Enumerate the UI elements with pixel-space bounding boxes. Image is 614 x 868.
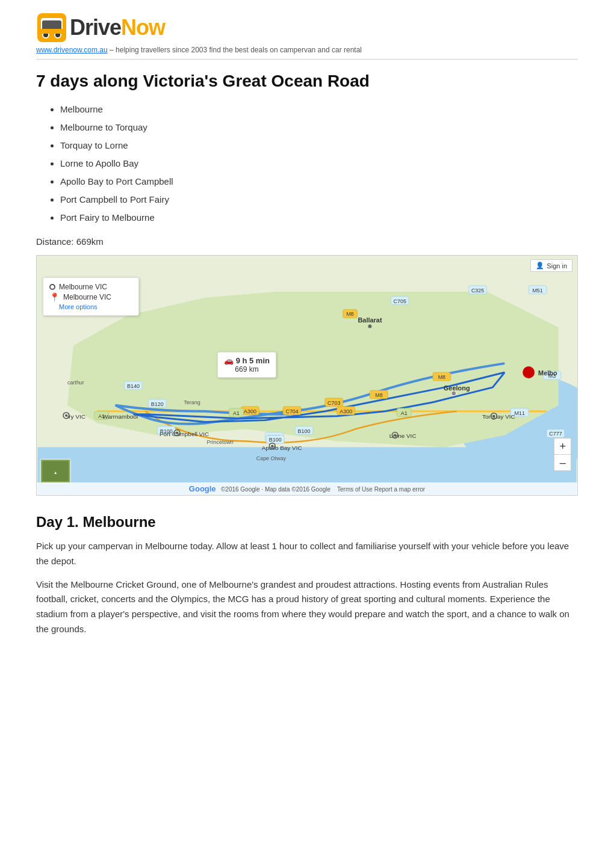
svg-text:C777: C777 [549, 431, 562, 437]
logo-container: Drive Now [36, 12, 578, 43]
map-container: A300 A300 C704 C703 M8 M8 A1 A1 A1 B140 … [36, 255, 578, 496]
map-route-distance: 669 km [224, 365, 270, 374]
svg-text:carthur: carthur [67, 380, 84, 386]
svg-point-71 [176, 432, 178, 434]
tagline-text: – helping travellers since 2003 find the… [108, 46, 362, 54]
svg-text:M8: M8 [346, 311, 353, 317]
itinerary-item-2: Torquay to Lorne [60, 137, 578, 155]
itinerary-item-6: Port Fairy to Melbourne [60, 209, 578, 227]
svg-text:B140: B140 [127, 383, 140, 389]
svg-text:Princetown: Princetown [207, 439, 234, 445]
svg-text:C705: C705 [394, 298, 406, 304]
svg-text:B100: B100 [298, 428, 311, 434]
itinerary-item-5: Port Campbell to Port Fairy [60, 191, 578, 209]
svg-text:A300: A300 [340, 408, 352, 414]
svg-text:▲: ▲ [54, 470, 58, 475]
svg-text:Geelong: Geelong [444, 384, 470, 392]
map-zoom-controls: + – [554, 438, 571, 471]
svg-text:Torquay VIC: Torquay VIC [482, 413, 515, 420]
svg-text:A1: A1 [401, 410, 408, 416]
map-copyright: ©2016 Google · Map data ©2016 Google [221, 486, 330, 493]
header: Drive Now www.drivenow.com.au – helping … [36, 12, 578, 54]
itinerary-item-0: Melbourne [60, 100, 578, 119]
map-from-icon [49, 284, 55, 290]
svg-point-64 [394, 434, 396, 437]
itinerary-item-1: Melbourne to Torquay [60, 119, 578, 137]
day1-paragraph-1: Pick up your campervan in Melbourne toda… [36, 539, 578, 569]
svg-text:C704: C704 [285, 408, 298, 414]
svg-text:C703: C703 [327, 400, 340, 406]
header-divider [36, 59, 578, 60]
svg-rect-2 [42, 20, 61, 30]
itinerary-item-4: Apollo Bay to Port Campbell [60, 173, 578, 191]
svg-point-67 [271, 445, 273, 447]
map-to-row: 📍 Melbourne VIC [49, 293, 132, 301]
map-footer-links[interactable]: Terms of Use Report a map error [337, 486, 425, 493]
svg-text:B100: B100 [269, 437, 282, 443]
distance-text: Distance: 669km [36, 236, 578, 247]
page-title: 7 days along Victoria's Great Ocean Road [36, 72, 578, 91]
svg-text:Cape Otway: Cape Otway [256, 455, 287, 461]
itinerary-item-3: Lorne to Apollo Bay [60, 155, 578, 173]
map-route-time: 🚗 9 h 5 min [224, 356, 270, 365]
zoom-in-button[interactable]: + [554, 439, 571, 455]
svg-text:Ballarat: Ballarat [358, 316, 382, 324]
svg-text:A300: A300 [244, 408, 256, 414]
svg-text:M8: M8 [438, 374, 445, 380]
day1-title: Day 1. Melbourne [36, 514, 578, 531]
map-from-label: Melbourne VIC [59, 283, 107, 291]
map-footer: Google ©2016 Google · Map data ©2016 Goo… [37, 482, 577, 495]
svg-point-61 [492, 415, 495, 417]
day1-paragraph-2: Visit the Melbourne Cricket Ground, one … [36, 577, 578, 637]
tagline: www.drivenow.com.au – helping travellers… [36, 46, 578, 54]
itinerary-list: MelbourneMelbourne to TorquayTorquay to … [36, 100, 578, 227]
svg-point-76 [65, 414, 67, 417]
day1-content: Pick up your campervan in Melbourne toda… [36, 539, 578, 637]
svg-text:Melbo: Melbo [538, 369, 557, 377]
svg-marker-9 [67, 292, 559, 448]
map-from-row: Melbourne VIC [49, 283, 132, 291]
svg-text:M11: M11 [515, 410, 525, 416]
svg-text:M51: M51 [532, 288, 542, 294]
svg-text:Warrnambool: Warrnambool [102, 413, 138, 420]
svg-rect-5 [40, 29, 64, 34]
logo-drive-text: Drive [70, 15, 121, 40]
svg-text:B120: B120 [151, 401, 164, 407]
svg-text:M8: M8 [375, 392, 382, 398]
zoom-out-button[interactable]: – [554, 455, 571, 470]
svg-text:Terang: Terang [184, 399, 200, 405]
svg-text:Apollo Bay VIC: Apollo Bay VIC [262, 445, 302, 451]
svg-point-54 [368, 324, 371, 328]
svg-text:A1: A1 [233, 410, 240, 416]
map-more-options[interactable]: More options [59, 303, 132, 310]
map-route-info: 🚗 9 h 5 min 669 km [217, 352, 276, 378]
map-directions-box: Melbourne VIC 📍 Melbourne VIC More optio… [43, 277, 139, 316]
svg-point-58 [451, 391, 456, 396]
logo-now-text: Now [121, 15, 165, 40]
tagline-link[interactable]: www.drivenow.com.au [36, 46, 108, 54]
logo-text: Drive Now [70, 15, 165, 40]
svg-point-78 [523, 366, 535, 378]
map-to-icon: 📍 [49, 293, 60, 301]
google-logo: Google [189, 484, 216, 493]
svg-text:Lorne VIC: Lorne VIC [389, 432, 417, 439]
svg-text:Port Campbell VIC: Port Campbell VIC [160, 431, 209, 437]
logo-icon [36, 12, 67, 43]
svg-text:C325: C325 [471, 288, 484, 294]
car-icon: 🚗 [224, 356, 234, 365]
map-to-label: Melbourne VIC [63, 293, 111, 301]
svg-text:iry VIC: iry VIC [67, 413, 85, 420]
